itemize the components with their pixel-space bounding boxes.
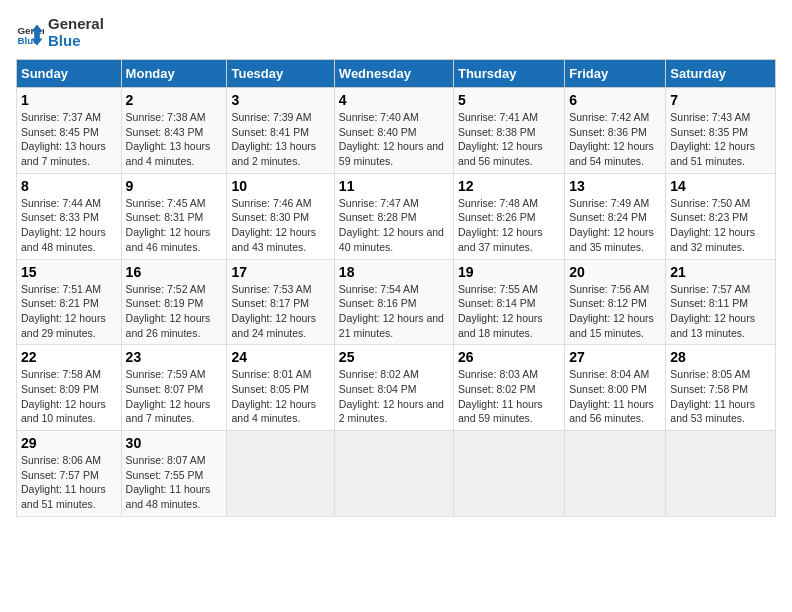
day-info: Sunrise: 7:59 AMSunset: 8:07 PMDaylight:…: [126, 367, 223, 426]
day-info: Sunrise: 7:43 AMSunset: 8:35 PMDaylight:…: [670, 110, 771, 169]
day-number: 4: [339, 92, 449, 108]
day-number: 6: [569, 92, 661, 108]
week-row-3: 22Sunrise: 7:58 AMSunset: 8:09 PMDayligh…: [17, 345, 776, 431]
day-info: Sunrise: 7:39 AMSunset: 8:41 PMDaylight:…: [231, 110, 329, 169]
calendar-cell: 10Sunrise: 7:46 AMSunset: 8:30 PMDayligh…: [227, 173, 334, 259]
header: General Blue General Blue: [16, 16, 776, 49]
day-info: Sunrise: 7:48 AMSunset: 8:26 PMDaylight:…: [458, 196, 560, 255]
week-row-0: 1Sunrise: 7:37 AMSunset: 8:45 PMDaylight…: [17, 88, 776, 174]
day-number: 25: [339, 349, 449, 365]
calendar-cell: 24Sunrise: 8:01 AMSunset: 8:05 PMDayligh…: [227, 345, 334, 431]
day-number: 21: [670, 264, 771, 280]
logo-general: General: [48, 16, 104, 33]
calendar-cell: 5Sunrise: 7:41 AMSunset: 8:38 PMDaylight…: [453, 88, 564, 174]
calendar-cell: 17Sunrise: 7:53 AMSunset: 8:17 PMDayligh…: [227, 259, 334, 345]
day-info: Sunrise: 7:47 AMSunset: 8:28 PMDaylight:…: [339, 196, 449, 255]
day-number: 26: [458, 349, 560, 365]
day-number: 22: [21, 349, 117, 365]
logo: General Blue General Blue: [16, 16, 104, 49]
day-info: Sunrise: 8:07 AMSunset: 7:55 PMDaylight:…: [126, 453, 223, 512]
day-number: 14: [670, 178, 771, 194]
day-info: Sunrise: 7:37 AMSunset: 8:45 PMDaylight:…: [21, 110, 117, 169]
header-tuesday: Tuesday: [227, 60, 334, 88]
day-number: 27: [569, 349, 661, 365]
day-info: Sunrise: 7:46 AMSunset: 8:30 PMDaylight:…: [231, 196, 329, 255]
day-info: Sunrise: 7:44 AMSunset: 8:33 PMDaylight:…: [21, 196, 117, 255]
calendar-cell: 19Sunrise: 7:55 AMSunset: 8:14 PMDayligh…: [453, 259, 564, 345]
day-number: 28: [670, 349, 771, 365]
day-info: Sunrise: 7:41 AMSunset: 8:38 PMDaylight:…: [458, 110, 560, 169]
day-info: Sunrise: 8:03 AMSunset: 8:02 PMDaylight:…: [458, 367, 560, 426]
calendar-cell: 23Sunrise: 7:59 AMSunset: 8:07 PMDayligh…: [121, 345, 227, 431]
header-friday: Friday: [565, 60, 666, 88]
logo-icon: General Blue: [16, 19, 44, 47]
calendar-cell: 13Sunrise: 7:49 AMSunset: 8:24 PMDayligh…: [565, 173, 666, 259]
day-info: Sunrise: 7:57 AMSunset: 8:11 PMDaylight:…: [670, 282, 771, 341]
day-number: 5: [458, 92, 560, 108]
day-number: 2: [126, 92, 223, 108]
calendar-cell: [453, 431, 564, 517]
logo-blue: Blue: [48, 33, 104, 50]
calendar-cell: [334, 431, 453, 517]
calendar-cell: [227, 431, 334, 517]
day-number: 19: [458, 264, 560, 280]
calendar-cell: 22Sunrise: 7:58 AMSunset: 8:09 PMDayligh…: [17, 345, 122, 431]
day-number: 20: [569, 264, 661, 280]
header-row: SundayMondayTuesdayWednesdayThursdayFrid…: [17, 60, 776, 88]
calendar-cell: 6Sunrise: 7:42 AMSunset: 8:36 PMDaylight…: [565, 88, 666, 174]
day-info: Sunrise: 8:06 AMSunset: 7:57 PMDaylight:…: [21, 453, 117, 512]
day-info: Sunrise: 8:05 AMSunset: 7:58 PMDaylight:…: [670, 367, 771, 426]
day-info: Sunrise: 7:49 AMSunset: 8:24 PMDaylight:…: [569, 196, 661, 255]
day-number: 9: [126, 178, 223, 194]
calendar-cell: 2Sunrise: 7:38 AMSunset: 8:43 PMDaylight…: [121, 88, 227, 174]
header-sunday: Sunday: [17, 60, 122, 88]
day-number: 17: [231, 264, 329, 280]
day-info: Sunrise: 7:54 AMSunset: 8:16 PMDaylight:…: [339, 282, 449, 341]
day-info: Sunrise: 7:45 AMSunset: 8:31 PMDaylight:…: [126, 196, 223, 255]
day-info: Sunrise: 7:51 AMSunset: 8:21 PMDaylight:…: [21, 282, 117, 341]
day-info: Sunrise: 7:40 AMSunset: 8:40 PMDaylight:…: [339, 110, 449, 169]
week-row-4: 29Sunrise: 8:06 AMSunset: 7:57 PMDayligh…: [17, 431, 776, 517]
day-info: Sunrise: 8:01 AMSunset: 8:05 PMDaylight:…: [231, 367, 329, 426]
calendar-cell: [666, 431, 776, 517]
day-number: 15: [21, 264, 117, 280]
day-info: Sunrise: 7:55 AMSunset: 8:14 PMDaylight:…: [458, 282, 560, 341]
day-number: 16: [126, 264, 223, 280]
calendar-cell: 27Sunrise: 8:04 AMSunset: 8:00 PMDayligh…: [565, 345, 666, 431]
week-row-2: 15Sunrise: 7:51 AMSunset: 8:21 PMDayligh…: [17, 259, 776, 345]
calendar-cell: 25Sunrise: 8:02 AMSunset: 8:04 PMDayligh…: [334, 345, 453, 431]
day-number: 29: [21, 435, 117, 451]
header-thursday: Thursday: [453, 60, 564, 88]
calendar-cell: 28Sunrise: 8:05 AMSunset: 7:58 PMDayligh…: [666, 345, 776, 431]
calendar-cell: 18Sunrise: 7:54 AMSunset: 8:16 PMDayligh…: [334, 259, 453, 345]
header-saturday: Saturday: [666, 60, 776, 88]
header-wednesday: Wednesday: [334, 60, 453, 88]
calendar-cell: 1Sunrise: 7:37 AMSunset: 8:45 PMDaylight…: [17, 88, 122, 174]
day-info: Sunrise: 8:04 AMSunset: 8:00 PMDaylight:…: [569, 367, 661, 426]
day-info: Sunrise: 7:50 AMSunset: 8:23 PMDaylight:…: [670, 196, 771, 255]
calendar-cell: 4Sunrise: 7:40 AMSunset: 8:40 PMDaylight…: [334, 88, 453, 174]
calendar-cell: 30Sunrise: 8:07 AMSunset: 7:55 PMDayligh…: [121, 431, 227, 517]
day-number: 23: [126, 349, 223, 365]
calendar-cell: 8Sunrise: 7:44 AMSunset: 8:33 PMDaylight…: [17, 173, 122, 259]
calendar-cell: 9Sunrise: 7:45 AMSunset: 8:31 PMDaylight…: [121, 173, 227, 259]
calendar-cell: 12Sunrise: 7:48 AMSunset: 8:26 PMDayligh…: [453, 173, 564, 259]
day-info: Sunrise: 7:56 AMSunset: 8:12 PMDaylight:…: [569, 282, 661, 341]
day-info: Sunrise: 7:38 AMSunset: 8:43 PMDaylight:…: [126, 110, 223, 169]
day-info: Sunrise: 7:58 AMSunset: 8:09 PMDaylight:…: [21, 367, 117, 426]
day-number: 8: [21, 178, 117, 194]
calendar-cell: 14Sunrise: 7:50 AMSunset: 8:23 PMDayligh…: [666, 173, 776, 259]
calendar-cell: 3Sunrise: 7:39 AMSunset: 8:41 PMDaylight…: [227, 88, 334, 174]
day-info: Sunrise: 7:42 AMSunset: 8:36 PMDaylight:…: [569, 110, 661, 169]
calendar-cell: 11Sunrise: 7:47 AMSunset: 8:28 PMDayligh…: [334, 173, 453, 259]
day-number: 10: [231, 178, 329, 194]
day-number: 1: [21, 92, 117, 108]
day-info: Sunrise: 7:52 AMSunset: 8:19 PMDaylight:…: [126, 282, 223, 341]
day-number: 13: [569, 178, 661, 194]
calendar-cell: 29Sunrise: 8:06 AMSunset: 7:57 PMDayligh…: [17, 431, 122, 517]
day-info: Sunrise: 7:53 AMSunset: 8:17 PMDaylight:…: [231, 282, 329, 341]
day-number: 30: [126, 435, 223, 451]
calendar-cell: 21Sunrise: 7:57 AMSunset: 8:11 PMDayligh…: [666, 259, 776, 345]
calendar-cell: 15Sunrise: 7:51 AMSunset: 8:21 PMDayligh…: [17, 259, 122, 345]
day-number: 24: [231, 349, 329, 365]
